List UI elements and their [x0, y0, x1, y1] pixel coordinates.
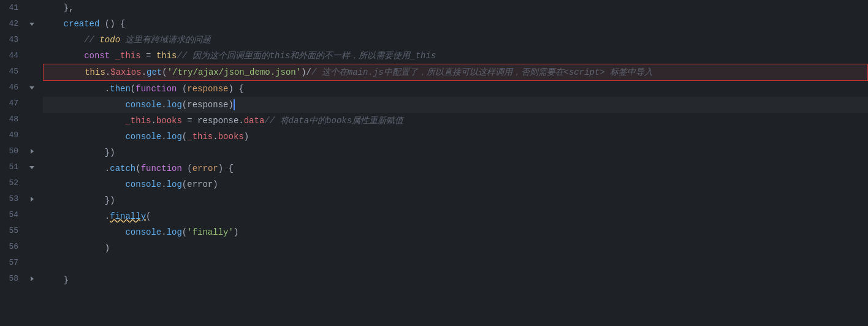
- gutter-51[interactable]: [27, 159, 37, 175]
- code-line-50: }): [43, 145, 868, 161]
- line-num-45: 45: [5, 64, 18, 80]
- code-line-49: console.log(_this.books): [43, 129, 868, 145]
- gutter-48: [27, 112, 37, 127]
- line-num-42: 42: [5, 16, 18, 32]
- gutter-47: [27, 96, 37, 112]
- code-line-52: console.log(error): [43, 176, 868, 192]
- gutter-53[interactable]: [27, 191, 37, 207]
- gutter: [26, 0, 38, 326]
- line-num-55: 55: [5, 223, 18, 239]
- code-line-43: // todo 这里有跨域请求的问题: [43, 32, 868, 48]
- code-editor: 41 42 43 44 45 46 47 48 49 50 51 52 53 5…: [0, 0, 868, 326]
- gutter-44: [27, 48, 37, 64]
- line-num-52: 52: [5, 175, 18, 191]
- gutter-43: [27, 32, 37, 48]
- code-line-48: _this.books = response.data// 将data中的boo…: [43, 113, 868, 129]
- gutter-58[interactable]: [27, 271, 37, 287]
- code-line-41: },: [43, 0, 868, 16]
- code-line-44: const _this = this// 因为这个回调里面的this和外面的不一…: [43, 48, 868, 64]
- fold-arrow-50[interactable]: [31, 149, 34, 154]
- gutter-52: [27, 175, 37, 191]
- gutter-55: [27, 223, 37, 239]
- line-num-48: 48: [5, 112, 18, 127]
- gutter-50[interactable]: [27, 143, 37, 159]
- gutter-42[interactable]: [27, 16, 37, 32]
- code-line-58: }: [43, 272, 868, 288]
- fold-arrow-58[interactable]: [31, 276, 34, 281]
- code-line-57: [43, 256, 868, 272]
- line-num-49: 49: [5, 127, 18, 143]
- code-content: }, created () { // todo 这里有跨域请求的问题 const…: [38, 0, 868, 326]
- gutter-49: [27, 127, 37, 143]
- line-num-53: 53: [5, 191, 18, 207]
- line-num-47: 47: [5, 96, 18, 112]
- code-line-47: console.log(response): [43, 97, 868, 113]
- line-num-58: 58: [5, 271, 18, 287]
- code-line-54: .finally(: [43, 208, 868, 224]
- fold-arrow-46[interactable]: [29, 86, 34, 89]
- gutter-45: [27, 64, 37, 80]
- fold-arrow-53[interactable]: [31, 197, 34, 202]
- code-line-56: ): [43, 240, 868, 256]
- code-line-45: this.$axios.get('/try/ajax/json_demo.jso…: [43, 64, 868, 81]
- fold-arrow-51[interactable]: [29, 166, 34, 169]
- code-line-55: console.log('finally'): [43, 224, 868, 240]
- gutter-46[interactable]: [27, 80, 37, 96]
- line-num-46: 46: [5, 80, 18, 96]
- gutter-56: [27, 239, 37, 255]
- code-line-51: .catch(function (error) {: [43, 161, 868, 176]
- fold-arrow-42[interactable]: [29, 23, 34, 26]
- gutter-54: [27, 207, 37, 223]
- line-num-54: 54: [5, 207, 18, 223]
- line-num-50: 50: [5, 143, 18, 159]
- gutter-57: [27, 255, 37, 271]
- line-num-41: 41: [5, 0, 18, 16]
- gutter-41: [27, 0, 37, 16]
- line-num-57: 57: [5, 255, 18, 271]
- code-line-53: }): [43, 192, 868, 208]
- line-numbers: 41 42 43 44 45 46 47 48 49 50 51 52 53 5…: [0, 0, 26, 326]
- line-num-44: 44: [5, 48, 18, 64]
- line-num-43: 43: [5, 32, 18, 48]
- line-num-56: 56: [5, 239, 18, 255]
- code-line-42: created () {: [43, 16, 868, 32]
- code-line-46: .then(function (response) {: [43, 81, 868, 97]
- line-num-51: 51: [5, 159, 18, 175]
